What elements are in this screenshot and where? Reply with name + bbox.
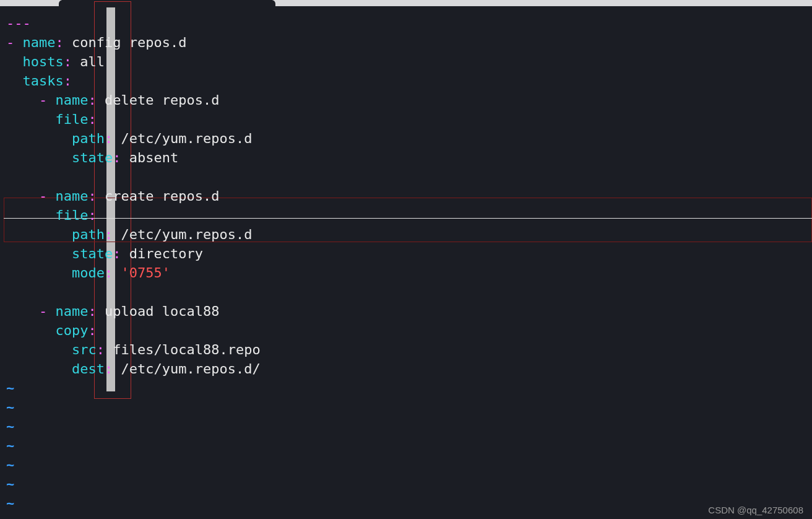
tilde-line: ~: [6, 419, 14, 434]
tilde-line: ~: [6, 476, 14, 492]
code-block[interactable]: --- - name: config repos.d hosts: all ta…: [6, 14, 261, 519]
task3-src: files/local88.repo: [113, 342, 260, 357]
tilde-line: ~: [6, 399, 14, 415]
task1-name: delete repos.d: [105, 92, 219, 108]
watermark: CSDN @qq_42750608: [708, 505, 803, 515]
tilde-line: ~: [6, 457, 14, 473]
task3-dest: /etc/yum.repos.d/: [121, 361, 260, 377]
yaml-doc-start: ---: [6, 15, 31, 31]
tilde-line: ~: [6, 438, 14, 453]
task3-name: upload local88: [105, 303, 219, 319]
task1-state: absent: [129, 150, 178, 165]
task2-path: /etc/yum.repos.d: [121, 227, 252, 242]
task2-name: create repos.d: [105, 188, 219, 204]
vim-editor[interactable]: --- - name: config repos.d hosts: all ta…: [0, 0, 812, 519]
active-tab-notch: [62, 0, 272, 6]
play-name: config repos.d: [72, 35, 186, 50]
tilde-line: ~: [6, 515, 14, 519]
hosts-value: all: [80, 54, 105, 69]
task2-mode: '0755': [121, 265, 170, 281]
tilde-line: ~: [6, 495, 14, 511]
task2-state: directory: [129, 246, 203, 261]
task1-path: /etc/yum.repos.d: [121, 131, 252, 146]
tilde-line: ~: [6, 380, 14, 396]
